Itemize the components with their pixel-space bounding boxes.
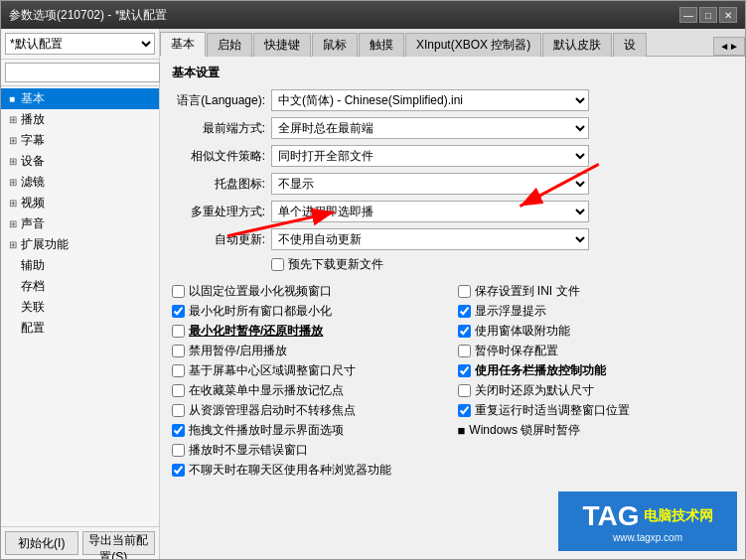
checkbox-right-6[interactable]: 重复运行时适当调整窗口位置	[458, 402, 734, 419]
nav-tree: ■基本⊞播放⊞字幕⊞设备⊞滤镜⊞视频⊞声音⊞扩展功能辅助存档关联配置	[1, 86, 159, 526]
sidebar-item-save[interactable]: 存档	[1, 276, 159, 297]
expand-icon: ⊞	[9, 135, 21, 146]
sidebar-item-filter[interactable]: ⊞滤镜	[1, 172, 159, 193]
checkbox-left-9[interactable]: 不聊天时在聊天区使用各种浏览器功能	[172, 462, 448, 479]
tab-7[interactable]: 设	[613, 33, 647, 57]
sidebar-item-video[interactable]: ⊞视频	[1, 193, 159, 213]
cb-left-input-5[interactable]	[172, 384, 185, 397]
expand-icon: ⊞	[9, 156, 21, 167]
form-select-3[interactable]: 不显示	[271, 173, 589, 195]
cb-right-label-0: 保存设置到 INI 文件	[475, 283, 580, 300]
form-label-2: 相似文件策略:	[172, 148, 271, 165]
expand-icon: ⊞	[9, 177, 21, 188]
cb-left-input-6[interactable]	[172, 404, 185, 417]
tab-3[interactable]: 鼠标	[312, 33, 358, 57]
checkbox-left-2[interactable]: 最小化时暂停/还原时播放	[172, 323, 448, 340]
checkbox-left-4[interactable]: 基于屏幕中心区域调整窗口尺寸	[172, 362, 448, 379]
close-button[interactable]: ✕	[719, 7, 737, 23]
cb-left-label-3: 禁用暂停/启用播放	[189, 343, 287, 359]
checkbox-left-1[interactable]: 最小化时所有窗口都最小化	[172, 303, 448, 320]
checkbox-right-4[interactable]: 使用任务栏播放控制功能	[458, 362, 734, 379]
sidebar-item-label: 视频	[21, 195, 45, 211]
cb-right-input-3[interactable]	[458, 345, 471, 357]
expand-icon: ⊞	[9, 239, 21, 250]
cb-left-input-3[interactable]	[172, 345, 185, 357]
cb-right-input-4[interactable]	[458, 364, 471, 377]
sidebar-item-extend[interactable]: ⊞扩展功能	[1, 234, 159, 255]
title-bar: 参数选项(210702) - *默认配置 — □ ✕	[1, 1, 745, 29]
content-area: *默认配置 🔍 ■基本⊞播放⊞字幕⊞设备⊞滤镜⊞视频⊞声音⊞扩展功能辅助存档关联…	[1, 29, 745, 559]
form-select-2[interactable]: 同时打开全部文件	[271, 145, 589, 167]
checkbox-left-5[interactable]: 在收藏菜单中显示播放记忆点	[172, 382, 448, 399]
checkbox-right-3[interactable]: 暂停时保存配置	[458, 343, 734, 359]
search-input[interactable]	[5, 63, 160, 82]
cb-left-input-9[interactable]	[172, 464, 185, 477]
tab-4[interactable]: 触摸	[359, 33, 404, 57]
cb-right-label-2: 使用窗体吸附功能	[475, 323, 570, 340]
watermark-url: www.tagxp.com	[613, 532, 682, 543]
cb-right-input-0[interactable]	[458, 285, 471, 298]
sidebar-item-label: 滤镜	[21, 174, 45, 191]
checkbox-left-6[interactable]: 从资源管理器启动时不转移焦点	[172, 402, 448, 419]
cb-left-input-7[interactable]	[172, 424, 185, 437]
sidebar-item-link[interactable]: 关联	[1, 297, 159, 318]
cb-right-label-6: 重复运行时适当调整窗口位置	[475, 402, 630, 419]
checkbox-left-3[interactable]: 禁用暂停/启用播放	[172, 343, 448, 359]
checkbox-left-8[interactable]: 播放时不显示错误窗口	[172, 442, 448, 459]
export-button[interactable]: 导出当前配置(S)...	[82, 531, 156, 555]
cb-left-label-0: 以固定位置最小化视频窗口	[189, 283, 332, 300]
checkbox-right-0[interactable]: 保存设置到 INI 文件	[458, 283, 734, 300]
right-panel: 基本启始快捷键鼠标触摸XInput(XBOX 控制器)默认皮肤设◄► 基本设置 …	[160, 29, 745, 559]
tab-6[interactable]: 默认皮肤	[542, 33, 612, 57]
cb-left-input-1[interactable]	[172, 305, 185, 318]
sidebar-item-assist[interactable]: 辅助	[1, 255, 159, 276]
checkbox-right-5[interactable]: 关闭时还原为默认尺寸	[458, 382, 734, 399]
cb-left-label-7: 拖拽文件播放时显示界面选项	[189, 422, 344, 439]
form-select-0[interactable]: 中文(简体) - Chinese(Simplified).ini	[271, 89, 589, 111]
tab-0[interactable]: 基本	[160, 32, 206, 57]
sidebar-item-basic[interactable]: ■基本	[1, 88, 159, 109]
sidebar-item-device[interactable]: ⊞设备	[1, 151, 159, 172]
sidebar-item-label: 扩展功能	[21, 236, 69, 253]
maximize-button[interactable]: □	[699, 7, 717, 23]
form-select-4[interactable]: 单个进程即选即播	[271, 201, 589, 222]
checkbox-left-7[interactable]: 拖拽文件播放时显示界面选项	[172, 422, 448, 439]
checkbox-right-7[interactable]: ■Windows 锁屏时暂停	[458, 422, 734, 439]
tab-bar: 基本启始快捷键鼠标触摸XInput(XBOX 控制器)默认皮肤设◄►	[160, 29, 745, 57]
cb-right-input-5[interactable]	[458, 384, 471, 397]
predownload-checkbox[interactable]	[271, 258, 284, 271]
minimize-button[interactable]: —	[679, 7, 697, 23]
form-label-4: 多重处理方式:	[172, 204, 271, 220]
form-select-1[interactable]: 全屏时总在最前端	[271, 117, 589, 139]
expand-icon: ⊞	[9, 218, 21, 229]
sidebar-item-label: 字幕	[21, 132, 45, 149]
tab-nav-button[interactable]: ◄►	[713, 37, 745, 56]
checkbox-right-2[interactable]: 使用窗体吸附功能	[458, 323, 734, 340]
init-button[interactable]: 初始化(I)	[5, 531, 78, 555]
sidebar-item-subtitle[interactable]: ⊞字幕	[1, 130, 159, 151]
form-control-0: 中文(简体) - Chinese(Simplified).ini	[271, 89, 589, 111]
cb-left-input-4[interactable]	[172, 364, 185, 377]
cb-right-input-1[interactable]	[458, 305, 471, 318]
form-label-1: 最前端方式:	[172, 120, 271, 137]
cb-left-input-2[interactable]	[172, 325, 185, 338]
sidebar-item-label: 设备	[21, 153, 45, 170]
sidebar-item-config[interactable]: 配置	[1, 318, 159, 339]
tab-2[interactable]: 快捷键	[253, 33, 311, 57]
form-row-4: 多重处理方式: 单个进程即选即播	[172, 201, 733, 222]
sidebar-item-play[interactable]: ⊞播放	[1, 109, 159, 130]
sidebar-item-audio[interactable]: ⊞声音	[1, 213, 159, 234]
cb-left-input-0[interactable]	[172, 285, 185, 298]
cb-right-input-2[interactable]	[458, 325, 471, 338]
cb-right-label-3: 暂停时保存配置	[475, 343, 558, 359]
cb-left-input-8[interactable]	[172, 444, 185, 457]
form-select-5[interactable]: 不使用自动更新	[271, 228, 589, 250]
checkbox-right-1[interactable]: 显示浮显提示	[458, 303, 734, 320]
cb-square-7: ■	[458, 423, 466, 438]
cb-right-label-4: 使用任务栏播放控制功能	[475, 362, 606, 379]
cb-right-input-6[interactable]	[458, 404, 471, 417]
checkbox-left-0[interactable]: 以固定位置最小化视频窗口	[172, 283, 448, 300]
profile-select[interactable]: *默认配置	[5, 33, 155, 55]
tab-5[interactable]: XInput(XBOX 控制器)	[405, 33, 541, 57]
tab-1[interactable]: 启始	[207, 33, 252, 57]
